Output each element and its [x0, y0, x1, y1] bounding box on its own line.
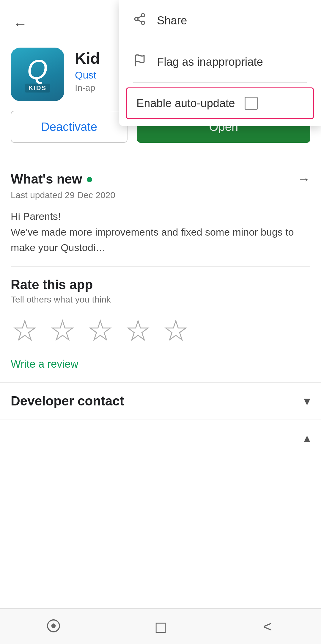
whats-new-title: What's new	[11, 172, 82, 187]
developer-contact-title: Developer contact	[11, 394, 124, 408]
app-icon-letter: Q	[27, 56, 48, 83]
share-label: Share	[157, 14, 187, 27]
rate-subtitle: Tell others what you think	[11, 294, 310, 305]
more-section: ▴	[0, 419, 321, 456]
whats-new-body: Hi Parents! We've made more improvements…	[11, 209, 310, 256]
dropdown-share[interactable]: Share	[119, 0, 321, 41]
back-button[interactable]: ←	[11, 14, 30, 33]
dropdown-auto-update[interactable]: Enable auto-update	[126, 87, 314, 119]
whats-new-subtitle: Last updated 29 Dec 2020	[11, 190, 310, 200]
nav-back[interactable]: <	[250, 615, 285, 638]
developer-contact-chevron-down-icon: ▾	[304, 393, 310, 408]
developer-contact-section: Developer contact ▾	[0, 382, 321, 419]
home-icon: ◻	[154, 618, 167, 635]
auto-update-label: Enable auto-update	[136, 97, 235, 110]
update-dot-icon	[87, 177, 92, 182]
write-review-link[interactable]: Write a review	[11, 358, 310, 370]
back-arrow-icon: ←	[13, 16, 27, 32]
star-1[interactable]: ★	[13, 315, 37, 346]
whats-new-section: What's new → Last updated 29 Dec 2020 Hi…	[0, 157, 321, 266]
rate-title: Rate this app	[11, 277, 310, 292]
rate-section: Rate this app Tell others what you think…	[0, 267, 321, 382]
share-icon	[133, 12, 146, 29]
flag-label: Flag as inappropriate	[157, 56, 263, 68]
developer-contact-header[interactable]: Developer contact ▾	[11, 393, 310, 408]
bottom-nav: ⦿ ◻ <	[0, 608, 321, 644]
nav-home[interactable]: ◻	[143, 615, 178, 638]
svg-line-4	[138, 16, 142, 18]
deactivate-button[interactable]: Deactivate	[11, 111, 128, 143]
whats-new-header: What's new →	[11, 172, 310, 187]
star-5[interactable]: ★	[164, 315, 188, 346]
star-4[interactable]: ★	[126, 315, 150, 346]
auto-update-checkbox[interactable]	[245, 97, 258, 110]
flag-icon	[133, 54, 146, 70]
dropdown-divider-2	[133, 82, 307, 83]
app-icon: Q KIDS	[11, 48, 64, 101]
nav-recents[interactable]: ⦿	[36, 615, 71, 638]
app-icon-kids-label: KIDS	[25, 84, 50, 93]
dropdown-flag[interactable]: Flag as inappropriate	[119, 41, 321, 82]
svg-line-3	[138, 20, 142, 22]
nav-back-icon: <	[263, 618, 272, 635]
whats-new-title-row: What's new	[11, 172, 92, 187]
stars-row: ★ ★ ★ ★ ★	[11, 315, 310, 346]
more-chevron-up-icon[interactable]: ▴	[304, 430, 310, 445]
star-3[interactable]: ★	[89, 315, 112, 346]
dropdown-menu: Share Flag as inappropriate Enable auto-…	[119, 0, 321, 126]
star-2[interactable]: ★	[51, 315, 74, 346]
whats-new-chevron-right-icon[interactable]: →	[297, 172, 310, 187]
recents-icon: ⦿	[46, 618, 61, 635]
